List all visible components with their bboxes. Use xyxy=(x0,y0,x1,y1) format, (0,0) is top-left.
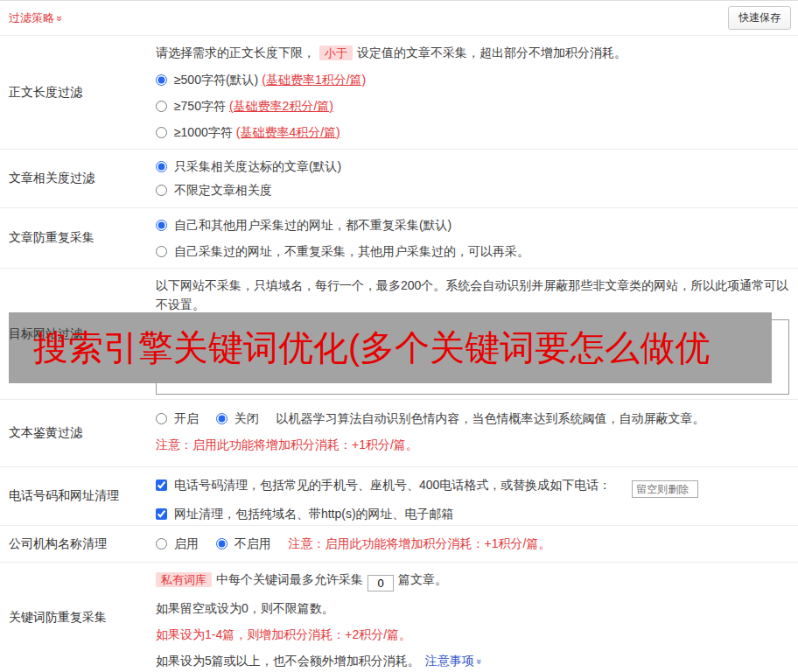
option-line: 自己采集过的网址，不重复采集，其他用户采集过的，可以再采。 xyxy=(156,242,789,261)
row-label: 电话号码和网址清理 xyxy=(0,467,149,525)
page-title[interactable]: 过滤策略» xyxy=(9,10,63,26)
note-text: 如果设为5篇或以上，也不会额外增加积分消耗。 xyxy=(156,654,420,668)
option-line: ≥500字符(默认)(基础费率1积分/篇) xyxy=(156,70,789,89)
porn-on-radio[interactable] xyxy=(156,413,167,424)
private-lexicon-tag: 私有词库 xyxy=(156,572,212,587)
notice-link-text: 注意事项 xyxy=(425,654,474,668)
fee-note: (基础费率2积分/篇) xyxy=(229,99,333,113)
limit-text-post: 篇文章。 xyxy=(398,572,447,586)
company-option-enable[interactable]: 启用 xyxy=(156,536,202,550)
company-enable-radio[interactable] xyxy=(156,538,167,550)
quick-save-button[interactable]: 快速保存 xyxy=(728,6,791,30)
body-length-option-750[interactable]: ≥750字符(基础费率2积分/篇) xyxy=(156,99,333,113)
row-label-text: 文章相关度过滤 xyxy=(9,171,94,186)
row-label: 文章相关度过滤 xyxy=(0,150,149,207)
porn-desc: 以机器学习算法自动识别色情内容，当色情概率达到系统阈值，自动屏蔽文章。 xyxy=(276,411,705,425)
option-label: 只采集相关度达标的文章(默认) xyxy=(174,159,341,173)
row-content: 私有词库中每个关键词最多允许采集篇文章。 如果留空或设为0，则不限篇数。 如果设… xyxy=(149,563,798,672)
option-line: 网址清理，包括纯域名、带http(s)的网址、电子邮箱 xyxy=(156,503,789,524)
keyword-note-unlimited: 如果留空或设为0，则不限篇数。 xyxy=(156,598,789,618)
row-label-text: 关键词防重复采集 xyxy=(9,610,107,626)
row-phone-url-cleanup: 电话号码和网址清理 电话号码清理，包括常见的手机号、座机号、400电话格式，或替… xyxy=(0,467,798,526)
row-label: 公司机构名称清理 xyxy=(0,526,149,562)
row-label-text: 文章防重复采集 xyxy=(9,230,94,246)
row-company-name-cleanup: 公司机构名称清理 启用 不启用 注意：启用此功能将增加积分消耗：+1积分/篇。 xyxy=(0,526,798,563)
dedup-option-global[interactable]: 自己和其他用户采集过的网址，都不重复采集(默认) xyxy=(156,218,452,232)
link-chevron-icon: » xyxy=(470,659,489,664)
option-label: ≥750字符 xyxy=(174,99,226,113)
row-label-text: 公司机构名称清理 xyxy=(9,536,107,552)
keyword-note-free: 如果设为5篇或以上，也不会额外增加积分消耗。注意事项» xyxy=(156,651,789,671)
row-keyword-dedup: 关键词防重复采集 私有词库中每个关键词最多允许采集篇文章。 如果留空或设为0，则… xyxy=(0,563,798,672)
site-filter-desc: 以下网站不采集，只填域名，每行一个，最多200个。系统会自动识别并屏蔽那些非文章… xyxy=(156,276,789,314)
body-length-1000-radio[interactable] xyxy=(156,127,167,138)
page-title-text: 过滤策略 xyxy=(9,11,54,24)
porn-cost-note: 注意：启用此功能将增加积分消耗：+1积分/篇。 xyxy=(156,435,789,454)
keyword-note-cost: 如果设为1-4篇，则增加积分消耗：+2积分/篇。 xyxy=(156,625,789,644)
fee-note: (基础费率1积分/篇) xyxy=(262,73,366,87)
url-cleanup-checkbox[interactable] xyxy=(156,508,167,520)
option-line: 不限定文章相关度 xyxy=(156,180,789,200)
porn-option-on[interactable]: 开启 xyxy=(156,411,202,425)
company-cost-note: 注意：启用此功能将增加积分消耗：+1积分/篇。 xyxy=(289,536,551,550)
option-label: 开启 xyxy=(174,411,199,425)
row-content: 自己和其他用户采集过的网址，都不重复采集(默认) 自己采集过的网址，不重复采集，… xyxy=(149,208,798,268)
relevance-any-radio[interactable] xyxy=(156,185,167,196)
body-length-intro: 请选择需求的正文长度下限，小于设定值的文章不采集，超出部分不增加积分消耗。 xyxy=(156,43,789,63)
url-cleanup-option[interactable]: 网址清理，包括纯域名、带http(s)的网址、电子邮箱 xyxy=(156,507,454,521)
row-content: 请选择需求的正文长度下限，小于设定值的文章不采集，超出部分不增加积分消耗。 ≥5… xyxy=(149,36,798,149)
option-label: 自己和其他用户采集过的网址，都不重复采集(默认) xyxy=(174,218,452,232)
row-content: 开启 关闭 以机器学习算法自动识别色情内容，当色情概率达到系统阈值，自动屏蔽文章… xyxy=(149,400,798,466)
replacement-phone-input[interactable] xyxy=(632,480,698,498)
phone-cleanup-option[interactable]: 电话号码清理，包括常见的手机号、座机号、400电话格式，或替换成如下电话： xyxy=(156,478,614,492)
limit-text-mid: 中每个关键词最多允许采集 xyxy=(216,572,363,586)
company-disable-radio[interactable] xyxy=(216,538,228,550)
body-length-750-radio[interactable] xyxy=(156,101,167,112)
dedup-global-radio[interactable] xyxy=(156,220,167,231)
option-line: ≥1000字符(基础费率4积分/篇) xyxy=(156,122,789,142)
row-label-text: 正文长度过滤 xyxy=(9,85,82,101)
company-option-disable[interactable]: 不启用 xyxy=(216,536,275,550)
body-length-option-1000[interactable]: ≥1000字符(基础费率4积分/篇) xyxy=(156,125,340,139)
row-content: 电话号码清理，包括常见的手机号、座机号、400电话格式，或替换成如下电话： 网址… xyxy=(149,467,798,525)
intro-text-post: 设定值的文章不采集，超出部分不增加积分消耗。 xyxy=(357,46,626,60)
row-content: 只采集相关度达标的文章(默认) 不限定文章相关度 xyxy=(149,150,798,207)
row-label: 文本鉴黄过滤 xyxy=(0,400,149,466)
option-label: 自己采集过的网址，不重复采集，其他用户采集过的，可以再采。 xyxy=(174,244,529,258)
body-length-500-radio[interactable] xyxy=(156,74,167,86)
body-length-option-500[interactable]: ≥500字符(默认)(基础费率1积分/篇) xyxy=(156,73,366,87)
keyword-limit-line: 私有词库中每个关键词最多允许采集篇文章。 xyxy=(156,570,789,592)
notice-link[interactable]: 注意事项» xyxy=(425,654,482,668)
porn-off-radio[interactable] xyxy=(216,413,228,424)
option-line: 自己和其他用户采集过的网址，都不重复采集(默认) xyxy=(156,215,789,234)
intro-text-pre: 请选择需求的正文长度下限， xyxy=(156,46,315,60)
option-label: 不启用 xyxy=(234,536,271,550)
row-label: 关键词防重复采集 xyxy=(0,563,149,672)
relevance-strict-radio[interactable] xyxy=(156,161,167,172)
dedup-option-self[interactable]: 自己采集过的网址，不重复采集，其他用户采集过的，可以再采。 xyxy=(156,244,529,258)
collapse-chevron-icon: » xyxy=(53,15,66,21)
row-dedup-collection: 文章防重复采集 自己和其他用户采集过的网址，都不重复采集(默认) 自己采集过的网… xyxy=(0,208,798,269)
row-label-text: 文本鉴黄过滤 xyxy=(9,425,82,441)
row-label: 文章防重复采集 xyxy=(0,208,149,268)
option-label: 电话号码清理，包括常见的手机号、座机号、400电话格式，或替换成如下电话： xyxy=(174,478,611,492)
row-label-text: 电话号码和网址清理 xyxy=(9,488,119,504)
max-articles-input[interactable] xyxy=(368,575,394,592)
phone-cleanup-checkbox[interactable] xyxy=(156,480,167,491)
option-label: ≥500字符(默认) xyxy=(174,73,258,87)
dedup-self-radio[interactable] xyxy=(156,246,167,257)
filter-strategy-page: 过滤策略» 快速保存 正文长度过滤 请选择需求的正文长度下限，小于设定值的文章不… xyxy=(0,0,798,672)
option-line: 启用 不启用 注意：启用此功能将增加积分消耗：+1积分/篇。 xyxy=(156,534,789,553)
row-body-length-filter: 正文长度过滤 请选择需求的正文长度下限，小于设定值的文章不采集，超出部分不增加积… xyxy=(0,36,798,150)
watermark-text: 搜索引擎关键词优化(多个关键词要怎么做优 xyxy=(9,312,772,383)
row-label: 正文长度过滤 xyxy=(0,36,149,149)
porn-option-off[interactable]: 关闭 xyxy=(216,411,262,425)
option-label: ≥1000字符 xyxy=(174,125,233,139)
relevance-option-strict[interactable]: 只采集相关度达标的文章(默认) xyxy=(156,159,341,173)
relevance-option-any[interactable]: 不限定文章相关度 xyxy=(156,183,272,197)
less-than-tag: 小于 xyxy=(319,46,353,60)
row-porn-filter: 文本鉴黄过滤 开启 关闭 以机器学习算法自动识别色情内容，当色情概率达到系统阈值… xyxy=(0,400,798,467)
option-label: 不限定文章相关度 xyxy=(174,183,272,197)
option-line: 开启 关闭 以机器学习算法自动识别色情内容，当色情概率达到系统阈值，自动屏蔽文章… xyxy=(156,409,789,428)
desc-text: 以下网站不采集，只填域名，每行一个，最多200个。系统会自动识别并屏蔽那些非文章… xyxy=(156,278,788,312)
